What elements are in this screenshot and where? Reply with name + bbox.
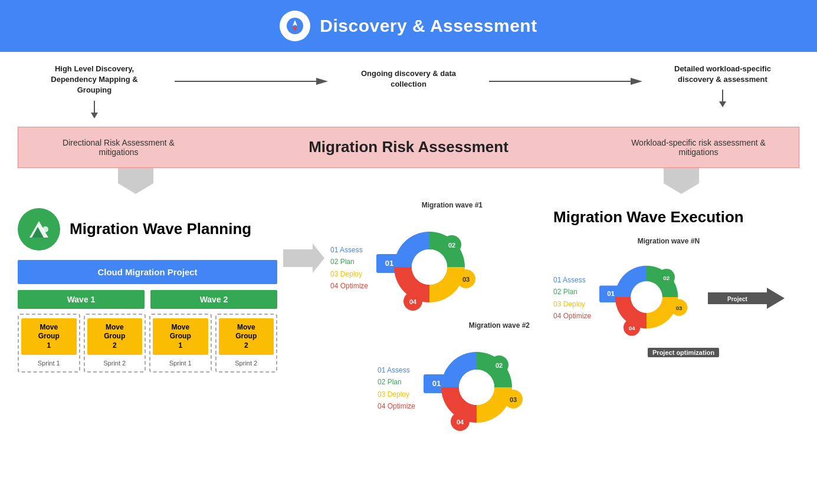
- arrow-right-right: [468, 64, 664, 88]
- sprint-label-3: Sprint 1: [169, 360, 192, 367]
- mountain-icon: [18, 208, 60, 251]
- project-opt-arrow: Project: [708, 288, 785, 309]
- svg-text:02: 02: [496, 362, 503, 369]
- svg-text:01: 01: [607, 290, 615, 297]
- project-opt-label: Project optimization: [648, 348, 719, 357]
- arrow-center-right: [153, 64, 350, 88]
- risk-assessment-bar: Directional Risk Assessment & mitigation…: [18, 127, 799, 168]
- exec-step4: 04 Optimize: [553, 310, 591, 322]
- risk-left: Directional Risk Assessment & mitigation…: [42, 138, 195, 157]
- exec-step1: 01 Assess: [553, 274, 591, 286]
- wave1-item: 01 Assess 02 Plan 03 Deploy 04 Optimize …: [330, 214, 530, 322]
- svg-text:02: 02: [448, 242, 455, 249]
- wave1-step1: 01 Assess: [330, 244, 368, 256]
- wave2-step2: 02 Plan: [378, 376, 415, 388]
- wave1-step4: 04 Optimize: [330, 280, 368, 292]
- svg-text:03: 03: [510, 396, 517, 403]
- discovery-center: Ongoing discovery & data collection: [350, 68, 468, 90]
- move-group-card-4: MoveGroup2: [219, 318, 274, 355]
- exec-step2: 02 Plan: [553, 286, 591, 298]
- svg-text:04: 04: [629, 325, 635, 331]
- move-group-container-1: MoveGroup1 Sprint 1: [18, 314, 80, 373]
- svg-marker-10: [719, 101, 726, 107]
- move-group-card-1: MoveGroup1: [21, 318, 77, 355]
- move-groups-row: MoveGroup1 Sprint 1 MoveGroup2 Sprint 2 …: [18, 314, 277, 373]
- svg-point-37: [631, 281, 662, 312]
- wave1-step2: 02 Plan: [330, 256, 368, 268]
- wave1-box: Wave 1: [18, 290, 145, 309]
- wave2-item: 01 Assess 02 Plan 03 Deploy 04 Optimize …: [378, 334, 530, 443]
- svg-text:Project: Project: [727, 296, 748, 302]
- wave-planning-title: Migration Wave Planning: [70, 220, 251, 238]
- risk-center-title: Migration Risk Assessment: [309, 138, 508, 156]
- move-group-card-3: MoveGroup1: [153, 318, 208, 355]
- wave2-donut-wrapper: Migration wave #2 01 02 03 04: [424, 334, 530, 443]
- sprint-label-2: Sprint 2: [103, 360, 126, 367]
- exec-step3: 03 Deploy: [553, 298, 591, 310]
- wave1-donut-svg: 01 02: [376, 214, 483, 320]
- discovery-row: High Level Discovery, Dependency Mapping…: [0, 52, 817, 127]
- header-title: Discovery & Assessment: [320, 16, 537, 36]
- svg-text:01: 01: [432, 379, 441, 388]
- svg-point-15: [42, 226, 48, 232]
- svg-text:01: 01: [385, 259, 393, 268]
- execution-title: Migration Wave Execution: [553, 208, 799, 226]
- svg-point-19: [412, 249, 447, 285]
- wave2-box: Wave 2: [150, 290, 277, 309]
- wave-planning-section: Migration Wave Planning Cloud Migration …: [18, 208, 277, 373]
- svg-marker-16: [283, 243, 324, 273]
- wave-n-donut-svg: 01 02 03 04: [599, 250, 694, 344]
- arrow-down-right: [664, 168, 699, 196]
- wave2-step4: 04 Optimize: [378, 400, 415, 412]
- move-group-card-2: MoveGroup2: [87, 318, 143, 355]
- svg-text:04: 04: [457, 419, 464, 426]
- move-group-container-4: MoveGroup2 Sprint 2: [215, 314, 278, 373]
- sprint-label-4: Sprint 2: [235, 360, 257, 367]
- discovery-left: High Level Discovery, Dependency Mapping…: [35, 64, 153, 121]
- compass-icon: [280, 11, 310, 41]
- cloud-project-bar: Cloud Migration Project: [18, 260, 277, 284]
- header-bar: Discovery & Assessment: [0, 0, 817, 52]
- wave-n-item: 01 Assess 02 Plan 03 Deploy 04 Optimize …: [553, 250, 799, 347]
- project-opt-arrow-svg: Project: [708, 288, 785, 309]
- svg-marker-12: [664, 168, 699, 194]
- wave-n-donut-wrapper: Migration wave #N 01 02 03 04: [599, 250, 694, 347]
- arrows-down-row: [0, 168, 817, 196]
- wave2-step3: 03 Deploy: [378, 388, 415, 400]
- svg-marker-11: [118, 168, 153, 194]
- arrow-down-left: [118, 168, 153, 196]
- wave2-legend: 01 Assess 02 Plan 03 Deploy 04 Optimize: [378, 364, 415, 413]
- wave1-donut-wrapper: Migration wave #1 01: [376, 214, 483, 322]
- wave-planning-header: Migration Wave Planning: [18, 208, 277, 251]
- sprint-label-1: Sprint 1: [38, 360, 60, 367]
- svg-point-28: [459, 370, 494, 405]
- discovery-right: Detailed workload-specific discovery & a…: [664, 64, 782, 110]
- waves-row: Wave 1 Wave 2: [18, 290, 277, 309]
- svg-text:03: 03: [676, 305, 683, 311]
- execution-section: Migration Wave Execution 01 Assess 02 Pl…: [530, 208, 799, 357]
- svg-text:02: 02: [663, 274, 670, 281]
- migration-waves-section: 01 Assess 02 Plan 03 Deploy 04 Optimize …: [330, 208, 530, 443]
- wave2-step1: 01 Assess: [378, 364, 415, 376]
- move-group-container-2: MoveGroup2 Sprint 2: [84, 314, 146, 373]
- svg-text:03: 03: [462, 276, 470, 283]
- svg-marker-6: [316, 78, 328, 85]
- wave1-step3: 03 Deploy: [330, 268, 368, 280]
- middle-arrow: [277, 208, 330, 273]
- main-content: Migration Wave Planning Cloud Migration …: [0, 196, 817, 454]
- svg-marker-8: [631, 78, 642, 85]
- wave1-label: Migration wave #1: [422, 201, 483, 209]
- risk-right: Workload-specific risk assessment & miti…: [622, 138, 775, 157]
- svg-marker-4: [91, 113, 98, 118]
- wave-n-label: Migration wave #N: [638, 237, 700, 245]
- move-group-container-3: MoveGroup1 Sprint 1: [149, 314, 212, 373]
- wave-n-legend: 01 Assess 02 Plan 03 Deploy 04 Optimize: [553, 274, 591, 322]
- wave2-label: Migration wave #2: [469, 321, 530, 330]
- wave2-donut-svg: 01 02 03 04: [424, 334, 530, 440]
- wave1-legend: 01 Assess 02 Plan 03 Deploy 04 Optimize: [330, 244, 368, 292]
- svg-text:04: 04: [409, 298, 417, 305]
